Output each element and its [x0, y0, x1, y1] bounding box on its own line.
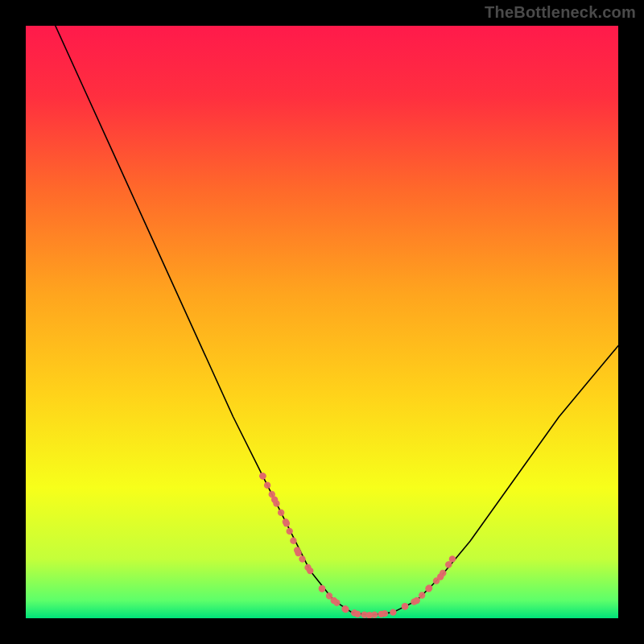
highlight-dot — [354, 611, 361, 617]
highlight-dot — [319, 585, 325, 592]
highlight-dot — [307, 568, 313, 574]
watermark-text: TheBottleneck.com — [485, 3, 636, 22]
highlight-dot — [331, 597, 337, 604]
plot-background — [26, 26, 618, 618]
highlight-dot — [283, 520, 290, 526]
highlight-dot — [259, 473, 266, 479]
highlight-dot — [402, 603, 408, 609]
highlight-dot — [378, 611, 384, 617]
highlight-dot — [271, 497, 278, 503]
highlight-dot — [342, 606, 349, 613]
plot-svg — [0, 0, 644, 644]
highlight-dot — [295, 550, 301, 556]
highlight-dot — [390, 609, 396, 615]
highlight-dot — [425, 585, 431, 592]
highlight-dot — [414, 597, 420, 604]
chart-stage: TheBottleneck.com — [0, 0, 644, 644]
highlight-dot — [366, 612, 373, 618]
highlight-dot — [449, 555, 456, 562]
highlight-dot — [437, 573, 444, 580]
